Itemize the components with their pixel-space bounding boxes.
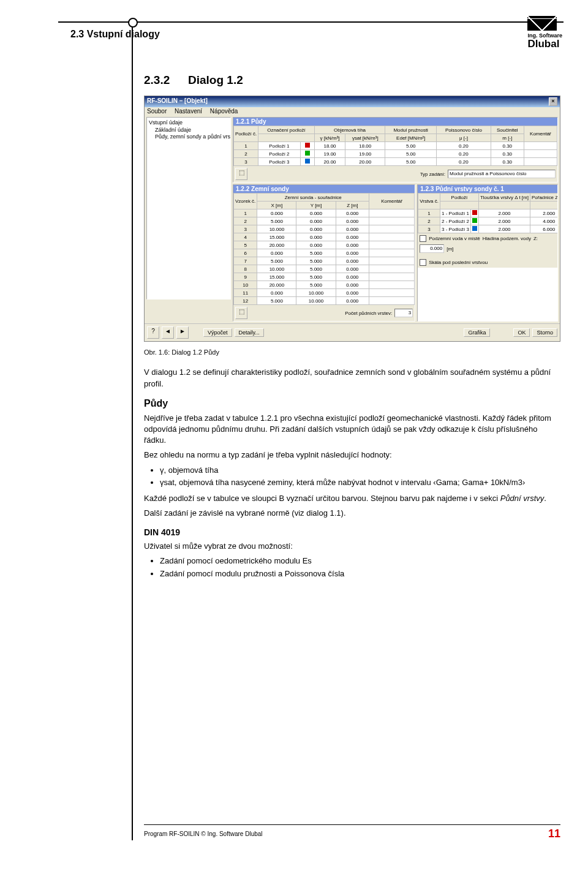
panel-soils-title: 1.2.1 Půdy [233, 118, 557, 126]
table-soils[interactable]: Podloží č. Označení podloží Objemová tíh… [233, 126, 557, 166]
brand-logo: Ing. Software Dlubal [527, 16, 562, 49]
panel-probes: 1.2.2 Zemní sondy Vzorek č.Zemní sonda -… [233, 184, 415, 322]
menubar[interactable]: Soubor Nastavení Nápověda [145, 107, 560, 115]
table-row[interactable]: 125.00010.0000.000 [234, 297, 415, 305]
list-item: Zadání pomocí modulu pružnosti a Poisson… [160, 568, 560, 579]
body-paragraph: V dialogu 1.2 se definují charakteristik… [144, 367, 560, 389]
body-paragraph: Každé podloží se v tabulce ve sloupci B … [144, 493, 560, 504]
ok-button[interactable]: OK [513, 328, 530, 337]
close-icon[interactable]: × [549, 97, 557, 106]
table-layers[interactable]: Vrstva č.PodložíTloušťka vrstvy Δ t [m]P… [418, 193, 558, 233]
compute-button[interactable]: Výpočet [203, 328, 232, 337]
list-item: γsat, objemová tíha nasycené zeminy, kte… [160, 477, 560, 488]
table-row[interactable]: 810.0005.0000.000 [234, 265, 415, 273]
nav-tree[interactable]: Vstupní údaje Základní údaje Půdy, zemní… [146, 117, 231, 299]
table-row[interactable]: 415.0000.0000.000 [234, 233, 415, 241]
prev-icon[interactable]: ◄ [162, 326, 174, 339]
window-titlebar: RF-SOILIN – [Objekt] × [145, 96, 560, 107]
table-row[interactable]: 10.0000.0000.000 [234, 209, 415, 217]
layer-count-input[interactable]: 3 [394, 309, 413, 317]
tool-icon[interactable]: ⬚ [235, 307, 247, 319]
layer-count-label: Počet půdních vrstev: [345, 311, 392, 316]
table-row[interactable]: 11 - Podloží 12.0002.000 [418, 209, 558, 217]
type-label: Typ zadání: [420, 171, 445, 177]
panel-layers-title: 1.2.3 Půdní vrstvy sondy č. 1 [418, 185, 557, 193]
table-row[interactable]: 520.0000.0000.000 [234, 241, 415, 249]
body-paragraph: Nejdříve je třeba zadat v tabulce 1.2.1 … [144, 413, 560, 446]
tool-icon[interactable]: ⬚ [235, 168, 247, 180]
details-button[interactable]: Detaily... [235, 328, 264, 337]
water-level-label: Hladina podzem. vody [483, 236, 531, 241]
subheading-din: DIN 4019 [144, 527, 560, 537]
next-icon[interactable]: ► [176, 326, 189, 339]
list-item: Zadání pomocí oedometrického modulu Es [160, 556, 560, 567]
panel-soils: 1.2.1 Půdy Podloží č. Označení podloží O… [233, 117, 558, 183]
color-swatch [305, 159, 310, 164]
subheading-pudy: Půdy [144, 398, 560, 409]
color-swatch [472, 226, 477, 231]
table-row[interactable]: 3 Podloží 3 20.0020.00 5.000.20 0.30 [234, 158, 557, 166]
menu-settings[interactable]: Nastavení [175, 108, 202, 115]
section-header: 2.3 Vstupní dialogy [70, 29, 160, 40]
table-row[interactable]: 25.0000.0000.000 [234, 217, 415, 225]
help-icon[interactable]: ? [147, 326, 159, 339]
brand-name: Dlubal [527, 39, 562, 49]
brand-logo-mark [527, 16, 557, 31]
color-swatch [472, 210, 477, 215]
rock-checkbox[interactable] [420, 259, 426, 266]
menu-help[interactable]: Nápověda [210, 108, 238, 115]
body-paragraph: Bez ohledu na normu a typ zadání je třeb… [144, 450, 560, 461]
tree-root[interactable]: Vstupní údaje [149, 119, 228, 127]
graphics-button[interactable]: Grafika [464, 328, 490, 337]
figure-caption: Obr. 1.6: Dialog 1.2 Půdy [144, 348, 560, 357]
table-row[interactable]: 2 Podloží 2 19.0019.00 5.000.20 0.30 [234, 150, 557, 158]
tree-node-soils[interactable]: Půdy, zemní sondy a půdní vrst [149, 134, 228, 141]
table-row[interactable]: 1 Podloží 1 18.0018.00 5.000.20 0.30 [234, 142, 557, 150]
groundwater-checkbox[interactable] [420, 235, 426, 242]
rock-label: Skála pod poslední vrstvou [429, 260, 488, 265]
groundwater-label: Podzemní voda v místě [429, 236, 480, 241]
color-swatch [472, 218, 477, 223]
table-probes[interactable]: Vzorek č.Zemní sonda - souřadniceKomentá… [233, 193, 415, 305]
table-row[interactable]: 22 - Podloží 22.0004.000 [418, 217, 558, 225]
footer-program: Program RF-SOILIN © Ing. Software Dlubal [144, 831, 263, 837]
table-row[interactable]: 1020.0005.0000.000 [234, 281, 415, 289]
list-item: γ, objemová tíha [160, 465, 560, 476]
screenshot-window: RF-SOILIN – [Objekt] × Soubor Nastavení … [144, 96, 560, 342]
type-select[interactable]: Modul pružnosti a Poissonovo číslo [448, 170, 556, 178]
window-title: RF-SOILIN – [Objekt] [147, 97, 208, 106]
body-paragraph: Uživatel si může vybrat ze dvou možností… [144, 541, 560, 552]
tree-node-basic[interactable]: Základní údaje [149, 127, 228, 134]
table-row[interactable]: 310.0000.0000.000 [234, 225, 415, 233]
color-swatch [305, 151, 310, 156]
table-row[interactable]: 110.00010.0000.000 [234, 289, 415, 297]
table-row[interactable]: 33 - Podloží 32.0006.000 [418, 225, 558, 233]
menu-file[interactable]: Soubor [147, 108, 167, 115]
water-level-input[interactable]: 0.000 [420, 244, 444, 253]
panel-layers: 1.2.3 Půdní vrstvy sondy č. 1 Vrstva č.P… [417, 184, 558, 322]
page-number: 11 [548, 827, 560, 840]
table-row[interactable]: 915.0005.0000.000 [234, 273, 415, 281]
table-row[interactable]: 75.0005.0000.000 [234, 257, 415, 265]
cancel-button[interactable]: Storno [532, 328, 557, 337]
color-swatch [305, 143, 310, 148]
table-row[interactable]: 60.0005.0000.000 [234, 249, 415, 257]
panel-probes-title: 1.2.2 Zemní sondy [233, 185, 415, 193]
heading-dialog: 2.3.2Dialog 1.2 [144, 73, 560, 87]
body-paragraph: Další zadání je závislé na vybrané normě… [144, 508, 560, 519]
